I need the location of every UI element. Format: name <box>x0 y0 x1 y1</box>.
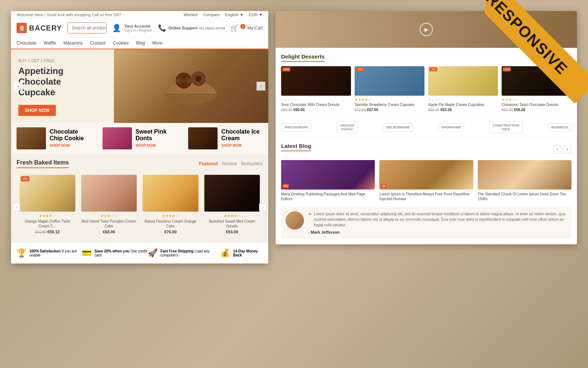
search-bar: 🔍 <box>68 22 107 33</box>
header: 🧁 BACERY 🔍 👤 Your Account Sign In / Regi… <box>11 19 268 38</box>
cart-button[interactable]: 🛒 1 My Cart <box>230 24 263 32</box>
logo: 🧁 BACERY <box>17 23 62 33</box>
product-card-1: 4% ★★★★☆ Orange Maple Chiffon Twist Crea… <box>17 172 78 237</box>
product-1-name: Orange Maple Chiffon Twist Cream C... <box>19 219 75 229</box>
language-selector[interactable]: English ▼ <box>225 13 244 17</box>
blog-navigation: ‹ › <box>553 145 571 153</box>
brand-4[interactable]: SHOPNAME <box>438 123 464 131</box>
top-bar: Welcome Here ! Good luck with shopping C… <box>11 11 268 19</box>
search-input[interactable] <box>68 23 107 33</box>
blog-card-1: 02 Many Desktop Publishing Packages And … <box>281 160 375 201</box>
testimonial-body: “ Lorem ipsum dolor sit amet, consectetu… <box>308 211 567 230</box>
blog-1-image: 02 <box>281 160 375 190</box>
hero-content: BUY 1 GET 1 FREE Appetizing Chocolate Cu… <box>11 49 103 123</box>
blog-1-title: Many Desktop Publishing Packages And Web… <box>281 192 375 201</box>
featured-item-2: Sweet Pink Donts SHOP NOW <box>97 123 183 154</box>
dessert-3-badge: -4% <box>429 67 437 71</box>
brand-logos: PHOTOGRAPH VINTAGEParlour DELROBRANE SHO… <box>281 117 571 137</box>
product-1-image: 4% <box>19 175 75 212</box>
header-support: 📞 Online Support +91 25832 54789 <box>158 24 225 32</box>
hero-prev-button[interactable]: ‹ <box>14 82 23 91</box>
featured-item-3-text: Chocolate Ice Cream SHOP NOW <box>221 128 263 148</box>
featured-item-1-link[interactable]: SHOP NOW <box>50 144 70 148</box>
featured-items: Chocolate Chip Cookie SHOP NOW Sweet Pin… <box>11 123 268 154</box>
play-button[interactable]: ▶ <box>420 23 433 36</box>
brand-6[interactable]: BUSINESS <box>548 123 571 131</box>
blog-next-button[interactable]: › <box>563 145 571 153</box>
nav-cookies[interactable]: Cookies <box>113 40 129 46</box>
product-grid-prev[interactable]: ‹ <box>13 204 20 211</box>
dessert-3-name: Apple Pie Maple Cream Cupcakes <box>428 103 498 107</box>
featured-item-2-link[interactable]: SHOP NOW <box>136 144 156 148</box>
blog-card-3: The Standard Chunk Of Lorem Ipsum Used S… <box>478 160 571 201</box>
feature-save-text: Save 20% when you Use credit card <box>94 249 148 257</box>
dessert-4-new-price: €58.28 <box>514 108 525 112</box>
wishlist-link[interactable]: Wishlist <box>184 13 198 17</box>
brand-5[interactable]: CONSTRUCTIONKIDS <box>490 121 523 133</box>
tab-newest[interactable]: Newest <box>222 161 237 166</box>
header-account[interactable]: 👤 Your Account Sign In / Register <box>112 24 153 32</box>
svg-point-5 <box>196 76 201 82</box>
brand-2[interactable]: VINTAGEParlour <box>337 121 358 133</box>
feature-satisfaction-title: 100% Satisfaction <box>29 249 61 253</box>
cart-label: My Cart <box>247 25 263 31</box>
dessert-4-old-price: €62.00 <box>502 108 513 112</box>
product-3-name: Baked Flourless Cream Orange Cake <box>143 219 198 229</box>
feature-save-title: Save 20% when you <box>94 249 129 253</box>
nav-custard[interactable]: Custard <box>90 40 105 46</box>
testimonial-content: “ Lorem ipsum dolor sit amet, consectetu… <box>308 211 567 234</box>
product-3-image <box>143 175 198 212</box>
feature-satisfaction: 🏆 100% Satisfaction If you are unable <box>17 248 82 258</box>
hero-title: Appetizing Chocolate Cupcake <box>18 66 96 98</box>
currency-selector[interactable]: EUR ▼ <box>249 13 263 17</box>
nav-chocolate[interactable]: Chocolate <box>17 40 36 46</box>
tab-featured[interactable]: Featured <box>199 161 218 166</box>
featured-item-2-image <box>103 127 132 149</box>
feature-money-back: 💰 14-Day Money Back <box>220 248 263 258</box>
quote-icon: “ <box>308 211 312 222</box>
feature-shipping: 🚀 Fast Free Shipping Load any computer's <box>148 248 220 258</box>
feature-save: 💳 Save 20% when you Use credit card <box>82 248 148 258</box>
account-sub: Sign In / Register <box>124 28 153 32</box>
dessert-4-price: €62.00 €58.28 <box>502 108 571 112</box>
nav-waffle[interactable]: Waffle <box>44 40 56 46</box>
money-back-icon: 💰 <box>220 248 230 258</box>
product-3-new-price: €76.00 <box>164 230 177 234</box>
featured-item-3-link[interactable]: SHOP NOW <box>221 144 241 148</box>
dessert-2-image: -4% <box>355 66 424 96</box>
dessert-2-price: €72.00 €67.00 <box>355 108 424 112</box>
nav-more[interactable]: More <box>153 40 162 46</box>
account-text: Your Account Sign In / Register <box>124 24 153 32</box>
nav-blog[interactable]: Blog <box>136 40 145 46</box>
dessert-3-old-price: €66.00 <box>428 108 440 112</box>
blog-card-2: 04 Lorem Ipsum Is Therefore Always Free … <box>379 160 473 201</box>
left-panel: Welcome Here ! Good luck with shopping C… <box>11 11 268 263</box>
featured-item-1-name: Chocolate Chip Cookie <box>50 128 91 142</box>
compare-link[interactable]: Compare <box>203 13 220 17</box>
product-grid-next[interactable]: › <box>259 204 266 211</box>
topbar-links: Wishlist Compare English ▼ EUR ▼ <box>184 13 263 17</box>
dessert-card-1: -4% ☆☆☆☆☆ Sour Chocolate With Cream Donu… <box>281 66 351 112</box>
testimonial-author: - Mark Jefferson <box>308 230 567 234</box>
account-label: Your Account <box>124 24 150 28</box>
blog-prev-button[interactable]: ‹ <box>553 145 562 153</box>
tab-bestsellers[interactable]: Bestsellers <box>241 161 263 166</box>
hero-shop-now-button[interactable]: SHOP NOW <box>18 105 56 116</box>
product-1-new-price: €56.12 <box>47 230 60 234</box>
hero-next-button[interactable]: › <box>257 82 265 91</box>
topbar-welcome: Welcome Here ! Good luck with shopping C… <box>17 13 121 17</box>
product-2-price: €68.00 <box>81 230 137 234</box>
cart-badge: 1 <box>240 24 245 29</box>
dessert-1-old-price: €84.00 <box>281 108 293 112</box>
featured-item-3-name: Chocolate Ice Cream <box>221 128 263 142</box>
section-tabs: Featured Newest Bestsellers <box>199 161 263 166</box>
nav-macarons[interactable]: Macarons <box>63 40 83 46</box>
hero-tag: BUY 1 GET 1 FREE <box>18 59 96 63</box>
responsive-badge-text: RESPONSIVE <box>485 0 588 103</box>
brand-3[interactable]: DELROBRANE <box>383 123 413 131</box>
blog-1-date: 02 <box>283 184 289 188</box>
feature-money-back-title: 14-Day Money Back <box>233 249 258 257</box>
brand-1[interactable]: PHOTOGRAPH <box>281 123 311 131</box>
svg-point-3 <box>176 78 192 84</box>
testimonial: “ Lorem ipsum dolor sit amet, consectetu… <box>281 207 571 239</box>
